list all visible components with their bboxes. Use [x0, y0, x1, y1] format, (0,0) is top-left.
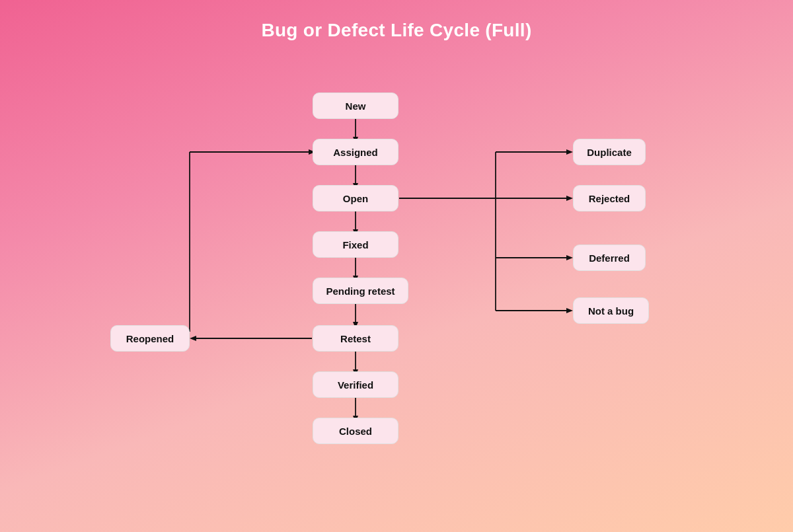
svg-marker-12 [190, 336, 196, 341]
page: Bug or Defect Life Cycle (Full) [0, 0, 793, 532]
node-retest: Retest [313, 325, 398, 352]
node-assigned: Assigned [313, 139, 398, 165]
node-closed: Closed [313, 418, 398, 444]
diagram-area: New Assigned Open Fixed Pending retest R… [33, 48, 760, 532]
page-title: Bug or Defect Life Cycle (Full) [261, 20, 531, 41]
node-new: New [313, 93, 398, 119]
svg-marker-29 [566, 308, 573, 313]
node-rejected: Rejected [573, 185, 646, 211]
node-pending-retest: Pending retest [313, 278, 408, 304]
node-duplicate: Duplicate [573, 139, 646, 165]
svg-marker-27 [566, 255, 573, 260]
svg-marker-23 [566, 149, 573, 155]
node-not-a-bug: Not a bug [573, 297, 649, 324]
svg-marker-25 [566, 196, 573, 201]
node-verified: Verified [313, 371, 398, 398]
node-deferred: Deferred [573, 245, 646, 271]
node-open: Open [313, 185, 398, 211]
node-reopened: Reopened [110, 325, 190, 352]
node-fixed: Fixed [313, 231, 398, 258]
